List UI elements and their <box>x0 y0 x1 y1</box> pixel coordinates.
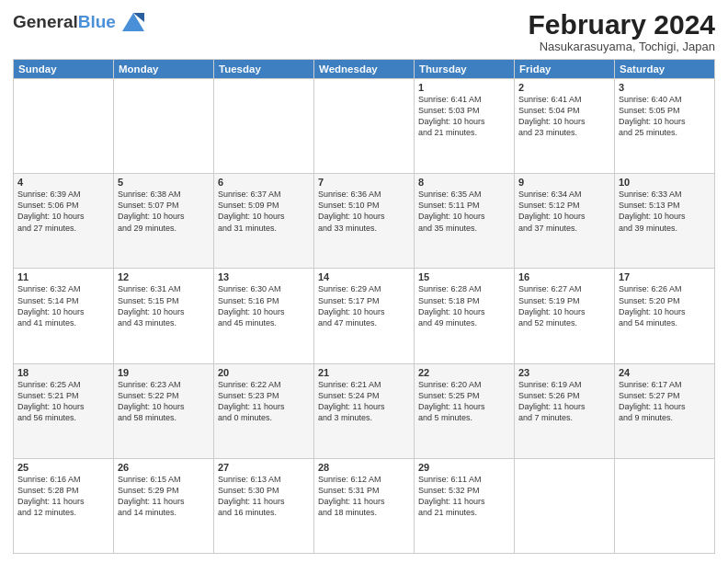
day-header-sunday: Sunday <box>14 60 114 79</box>
day-number: 1 <box>418 82 510 93</box>
day-info: Sunrise: 6:31 AMSunset: 5:15 PMDaylight:… <box>118 283 210 328</box>
header: GeneralBlue February 2024 Nasukarasuyama… <box>13 9 715 53</box>
day-info: Sunrise: 6:30 AMSunset: 5:16 PMDaylight:… <box>218 283 310 328</box>
day-header-monday: Monday <box>114 60 214 79</box>
day-cell: 9Sunrise: 6:34 AMSunset: 5:12 PMDaylight… <box>515 174 615 269</box>
day-info: Sunrise: 6:29 AMSunset: 5:17 PMDaylight:… <box>318 283 410 328</box>
day-info: Sunrise: 6:36 AMSunset: 5:10 PMDaylight:… <box>318 189 410 234</box>
day-cell: 8Sunrise: 6:35 AMSunset: 5:11 PMDaylight… <box>415 174 515 269</box>
day-info: Sunrise: 6:21 AMSunset: 5:24 PMDaylight:… <box>318 379 410 424</box>
calendar-table: SundayMondayTuesdayWednesdayThursdayFrid… <box>13 59 715 554</box>
day-header-saturday: Saturday <box>615 60 715 79</box>
days-header-row: SundayMondayTuesdayWednesdayThursdayFrid… <box>14 60 715 79</box>
day-cell <box>515 458 615 553</box>
day-cell: 23Sunrise: 6:19 AMSunset: 5:26 PMDayligh… <box>515 363 615 458</box>
day-info: Sunrise: 6:41 AMSunset: 5:03 PMDaylight:… <box>418 94 510 139</box>
day-number: 28 <box>318 462 410 473</box>
day-cell <box>615 458 715 553</box>
day-number: 19 <box>118 367 210 378</box>
day-cell: 28Sunrise: 6:12 AMSunset: 5:31 PMDayligh… <box>314 458 415 553</box>
day-info: Sunrise: 6:28 AMSunset: 5:18 PMDaylight:… <box>418 283 510 328</box>
day-info: Sunrise: 6:22 AMSunset: 5:23 PMDaylight:… <box>218 379 310 424</box>
day-number: 11 <box>17 271 109 282</box>
day-cell: 17Sunrise: 6:26 AMSunset: 5:20 PMDayligh… <box>615 269 715 363</box>
day-cell: 3Sunrise: 6:40 AMSunset: 5:05 PMDaylight… <box>615 79 715 174</box>
week-row-1: 4Sunrise: 6:39 AMSunset: 5:06 PMDaylight… <box>14 174 715 269</box>
day-number: 20 <box>218 367 310 378</box>
day-info: Sunrise: 6:13 AMSunset: 5:30 PMDaylight:… <box>218 474 310 519</box>
day-cell: 16Sunrise: 6:27 AMSunset: 5:19 PMDayligh… <box>515 269 615 363</box>
day-cell: 29Sunrise: 6:11 AMSunset: 5:32 PMDayligh… <box>415 458 515 553</box>
logo-icon <box>119 9 148 35</box>
logo-general: General <box>13 12 78 31</box>
day-number: 14 <box>318 271 410 282</box>
month-title: February 2024 <box>529 9 715 40</box>
day-number: 5 <box>118 177 210 188</box>
day-cell: 19Sunrise: 6:23 AMSunset: 5:22 PMDayligh… <box>114 363 214 458</box>
day-cell: 18Sunrise: 6:25 AMSunset: 5:21 PMDayligh… <box>14 363 114 458</box>
day-info: Sunrise: 6:23 AMSunset: 5:22 PMDaylight:… <box>118 379 210 424</box>
day-number: 23 <box>518 367 610 378</box>
day-info: Sunrise: 6:19 AMSunset: 5:26 PMDaylight:… <box>518 379 610 424</box>
location: Nasukarasuyama, Tochigi, Japan <box>529 40 715 53</box>
day-number: 10 <box>619 177 711 188</box>
day-info: Sunrise: 6:35 AMSunset: 5:11 PMDaylight:… <box>418 189 510 234</box>
day-cell: 10Sunrise: 6:33 AMSunset: 5:13 PMDayligh… <box>615 174 715 269</box>
day-info: Sunrise: 6:26 AMSunset: 5:20 PMDaylight:… <box>619 283 711 328</box>
day-number: 25 <box>17 462 109 473</box>
day-info: Sunrise: 6:15 AMSunset: 5:29 PMDaylight:… <box>118 474 210 519</box>
day-header-tuesday: Tuesday <box>214 60 314 79</box>
day-number: 12 <box>118 271 210 282</box>
week-row-0: 1Sunrise: 6:41 AMSunset: 5:03 PMDaylight… <box>14 79 715 174</box>
day-cell: 4Sunrise: 6:39 AMSunset: 5:06 PMDaylight… <box>14 174 114 269</box>
day-header-friday: Friday <box>515 60 615 79</box>
day-number: 9 <box>518 177 610 188</box>
day-cell <box>214 79 314 174</box>
day-number: 21 <box>318 367 410 378</box>
day-number: 27 <box>218 462 310 473</box>
day-number: 7 <box>318 177 410 188</box>
day-info: Sunrise: 6:39 AMSunset: 5:06 PMDaylight:… <box>17 189 109 234</box>
day-info: Sunrise: 6:12 AMSunset: 5:31 PMDaylight:… <box>318 474 410 519</box>
day-cell: 7Sunrise: 6:36 AMSunset: 5:10 PMDaylight… <box>314 174 415 269</box>
day-info: Sunrise: 6:34 AMSunset: 5:12 PMDaylight:… <box>518 189 610 234</box>
day-number: 15 <box>418 271 510 282</box>
logo-blue: Blue <box>78 12 116 31</box>
week-row-4: 25Sunrise: 6:16 AMSunset: 5:28 PMDayligh… <box>14 458 715 553</box>
day-number: 16 <box>518 271 610 282</box>
day-info: Sunrise: 6:40 AMSunset: 5:05 PMDaylight:… <box>619 94 711 139</box>
logo: GeneralBlue <box>13 9 148 35</box>
week-row-3: 18Sunrise: 6:25 AMSunset: 5:21 PMDayligh… <box>14 363 715 458</box>
day-info: Sunrise: 6:33 AMSunset: 5:13 PMDaylight:… <box>619 189 711 234</box>
day-cell: 26Sunrise: 6:15 AMSunset: 5:29 PMDayligh… <box>114 458 214 553</box>
week-row-2: 11Sunrise: 6:32 AMSunset: 5:14 PMDayligh… <box>14 269 715 363</box>
day-cell: 24Sunrise: 6:17 AMSunset: 5:27 PMDayligh… <box>615 363 715 458</box>
day-info: Sunrise: 6:38 AMSunset: 5:07 PMDaylight:… <box>118 189 210 234</box>
day-info: Sunrise: 6:32 AMSunset: 5:14 PMDaylight:… <box>17 283 109 328</box>
day-cell: 2Sunrise: 6:41 AMSunset: 5:04 PMDaylight… <box>515 79 615 174</box>
day-cell: 13Sunrise: 6:30 AMSunset: 5:16 PMDayligh… <box>214 269 314 363</box>
day-number: 22 <box>418 367 510 378</box>
day-number: 8 <box>418 177 510 188</box>
day-number: 2 <box>518 82 610 93</box>
day-cell: 1Sunrise: 6:41 AMSunset: 5:03 PMDaylight… <box>415 79 515 174</box>
day-cell: 21Sunrise: 6:21 AMSunset: 5:24 PMDayligh… <box>314 363 415 458</box>
day-info: Sunrise: 6:20 AMSunset: 5:25 PMDaylight:… <box>418 379 510 424</box>
day-header-wednesday: Wednesday <box>314 60 415 79</box>
day-info: Sunrise: 6:11 AMSunset: 5:32 PMDaylight:… <box>418 474 510 519</box>
day-cell: 27Sunrise: 6:13 AMSunset: 5:30 PMDayligh… <box>214 458 314 553</box>
day-cell: 20Sunrise: 6:22 AMSunset: 5:23 PMDayligh… <box>214 363 314 458</box>
day-info: Sunrise: 6:17 AMSunset: 5:27 PMDaylight:… <box>619 379 711 424</box>
day-cell: 14Sunrise: 6:29 AMSunset: 5:17 PMDayligh… <box>314 269 415 363</box>
day-number: 26 <box>118 462 210 473</box>
day-cell <box>114 79 214 174</box>
day-info: Sunrise: 6:16 AMSunset: 5:28 PMDaylight:… <box>17 474 109 519</box>
day-info: Sunrise: 6:41 AMSunset: 5:04 PMDaylight:… <box>518 94 610 139</box>
day-cell <box>314 79 415 174</box>
title-block: February 2024 Nasukarasuyama, Tochigi, J… <box>529 9 715 53</box>
day-cell: 15Sunrise: 6:28 AMSunset: 5:18 PMDayligh… <box>415 269 515 363</box>
day-number: 17 <box>619 271 711 282</box>
day-number: 13 <box>218 271 310 282</box>
day-info: Sunrise: 6:37 AMSunset: 5:09 PMDaylight:… <box>218 189 310 234</box>
day-number: 4 <box>17 177 109 188</box>
